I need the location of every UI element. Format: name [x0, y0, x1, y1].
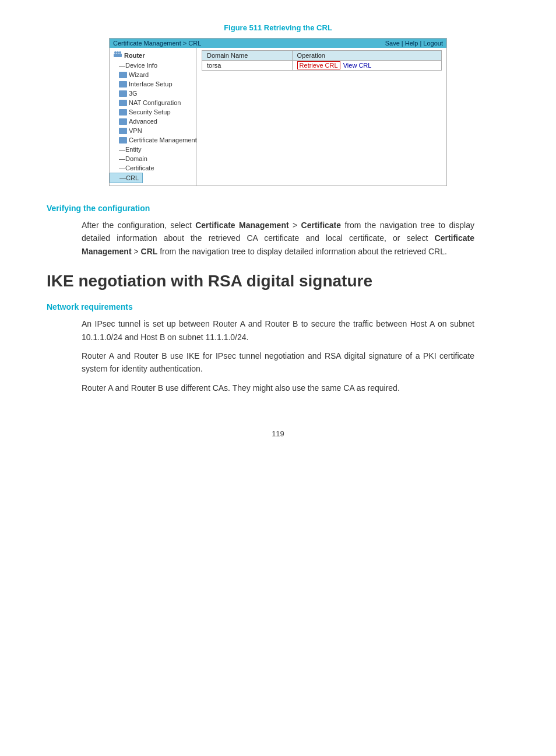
nav-icon-advanced: [119, 118, 127, 125]
ui-header-right: Save | Help | Logout: [385, 40, 443, 47]
router-ui: Certificate Management > CRL Save | Help…: [109, 38, 447, 186]
nav-icon-security: [119, 109, 127, 116]
view-crl-button[interactable]: View CRL: [343, 62, 372, 69]
crl-table: Domain Name Operation torsa Retrieve CRL…: [202, 50, 442, 71]
bold-certificate: Certificate: [301, 220, 341, 230]
nav-icon-vpn: [119, 128, 127, 134]
network-para-3: Router A and Router B use different CAs.…: [47, 382, 509, 394]
nav-item-advanced[interactable]: Advanced: [110, 117, 196, 126]
ui-breadcrumb: Certificate Management > CRL: [113, 40, 201, 47]
domain-cell: torsa: [202, 61, 293, 71]
network-requirements-heading: Network requirements: [47, 302, 509, 312]
bold-cert-mgmt-1: Certificate Management: [195, 220, 288, 230]
nav-icon-nat: [119, 100, 127, 106]
operation-cell: Retrieve CRL View CRL: [292, 61, 441, 71]
nav-root: Router: [110, 50, 196, 61]
svg-point-1: [114, 51, 117, 54]
network-para-1: An IPsec tunnel is set up between Router…: [47, 317, 509, 344]
nav-item-nat[interactable]: NAT Configuration: [110, 98, 196, 107]
nav-icon-3g: [119, 90, 127, 97]
verifying-text: After the configuration, select Certific…: [47, 219, 509, 258]
verifying-heading: Verifying the configuration: [47, 204, 509, 213]
col-domain-name: Domain Name: [202, 51, 293, 61]
nav-item-cert-mgmt[interactable]: Certificate Management: [110, 135, 196, 145]
logout-link[interactable]: Logout: [423, 40, 443, 47]
nav-item-entity[interactable]: — Entity: [110, 145, 196, 154]
nav-item-wizard[interactable]: Wizard: [110, 70, 196, 79]
nav-tree: Router — Device Info Wizard Interface Se…: [110, 48, 197, 186]
save-link[interactable]: Save: [385, 40, 400, 47]
ui-header: Certificate Management > CRL Save | Help…: [110, 38, 446, 48]
network-para-2: Router A and Router B use IKE for IPsec …: [47, 349, 509, 376]
nav-item-3g[interactable]: 3G: [110, 89, 196, 98]
ike-main-heading: IKE negotiation with RSA digital signatu…: [47, 272, 509, 290]
ui-body: Router — Device Info Wizard Interface Se…: [110, 48, 446, 186]
router-icon: [113, 51, 122, 60]
nav-item-crl[interactable]: ― CRL: [110, 173, 143, 183]
help-link[interactable]: Help: [405, 40, 418, 47]
nav-item-security[interactable]: Security Setup: [110, 107, 196, 117]
bold-crl: CRL: [141, 247, 158, 256]
nav-item-interface-setup[interactable]: Interface Setup: [110, 79, 196, 89]
nav-root-label: Router: [124, 52, 145, 59]
svg-rect-0: [114, 54, 122, 57]
nav-icon-wizard: [119, 72, 127, 78]
figure-caption: Figure 511 Retrieving the CRL: [47, 23, 509, 32]
nav-icon-cert-mgmt: [119, 137, 127, 144]
retrieve-crl-button[interactable]: Retrieve CRL: [297, 61, 340, 69]
col-operation: Operation: [292, 51, 441, 61]
ui-content: Domain Name Operation torsa Retrieve CRL…: [197, 48, 446, 186]
page-number: 119: [47, 429, 509, 438]
nav-item-certificate[interactable]: — Certificate: [110, 163, 196, 173]
nav-item-vpn[interactable]: VPN: [110, 126, 196, 135]
table-row: torsa Retrieve CRL View CRL: [202, 61, 442, 71]
svg-point-3: [119, 51, 121, 54]
nav-icon-interface: [119, 81, 127, 88]
nav-item-domain[interactable]: — Domain: [110, 154, 196, 163]
svg-point-2: [117, 51, 119, 54]
nav-item-device-info[interactable]: — Device Info: [110, 61, 196, 70]
